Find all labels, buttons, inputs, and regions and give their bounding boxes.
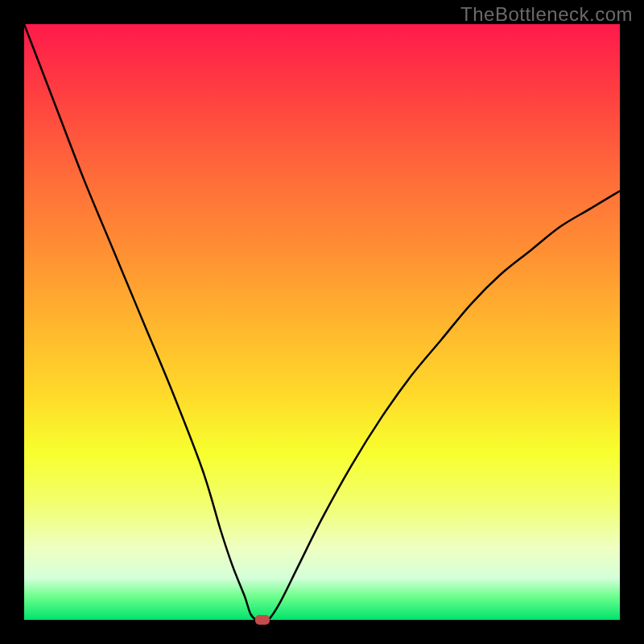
curve-path: [24, 24, 620, 621]
chart-frame: TheBottleneck.com: [0, 0, 644, 644]
watermark-text: TheBottleneck.com: [460, 3, 633, 26]
bottleneck-curve: [24, 24, 620, 620]
optimal-point-marker: [255, 615, 270, 625]
plot-area: [24, 24, 620, 620]
